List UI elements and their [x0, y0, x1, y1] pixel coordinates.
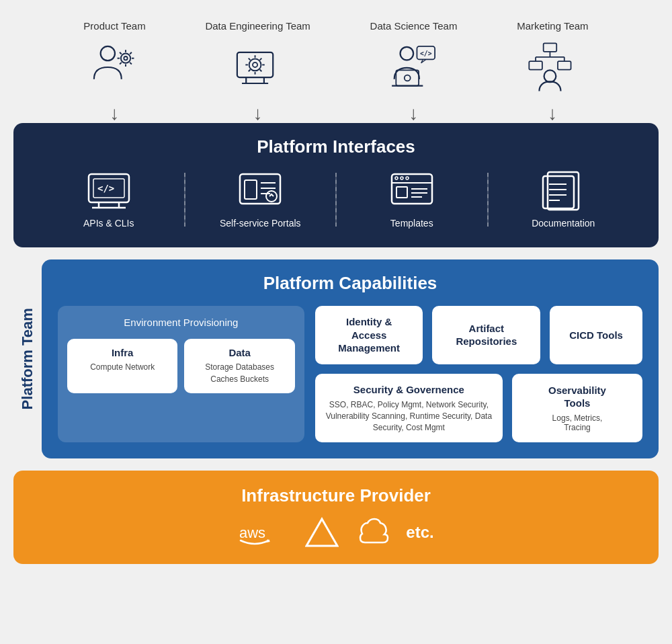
observability-desc: Logs, Metrics, Tracing: [552, 413, 603, 432]
infra-title: Infra: [112, 347, 134, 358]
svg-text:</>: </>: [97, 183, 114, 194]
interface-self-service: Self-service Portals: [185, 171, 336, 229]
env-prov-title: Environment Provisioning: [67, 317, 295, 328]
security-desc: SSO, RBAC, Policy Mgmt, Network Security…: [323, 399, 495, 433]
svg-line-7: [120, 52, 122, 54]
identity-box: Identity & Access Management: [315, 306, 423, 364]
infra-logos: aws etc.: [238, 516, 433, 549]
interfaces-grid: </> APIs & CLIs: [34, 171, 638, 229]
teams-section: Product Team: [13, 13, 659, 123]
team-item-data-engineering: Data Engineering Team: [205, 20, 310, 123]
capabilities-content: Environment Provisioning Infra Compute N…: [58, 306, 642, 442]
top-row-caps: Identity & Access Management Artifact Re…: [315, 306, 642, 364]
infra-provider-section: Infrastructure Provider aws: [13, 471, 659, 564]
platform-interfaces-title: Platform Interfaces: [34, 136, 638, 157]
svg-text:aws: aws: [239, 524, 265, 541]
team-icon-data-engineering: [228, 37, 288, 97]
team-label-marketing: Marketing Team: [517, 20, 588, 32]
arrow-data-science: ↓: [409, 104, 419, 123]
svg-point-1: [120, 54, 130, 63]
identity-title: Identity & Access Management: [338, 315, 400, 355]
arrow-data-engineering: ↓: [253, 104, 263, 123]
arrow-product: ↓: [110, 104, 120, 123]
right-capabilities: Identity & Access Management Artifact Re…: [315, 306, 642, 442]
security-box: Security & Governence SSO, RBAC, Policy …: [315, 374, 503, 443]
svg-rect-28: [396, 70, 419, 85]
team-label-product: Product Team: [83, 20, 145, 32]
svg-rect-53: [396, 187, 407, 198]
team-icon-data-science: </>: [384, 37, 444, 97]
svg-line-22: [259, 70, 261, 72]
interface-label-self-service: Self-service Portals: [220, 218, 301, 229]
infra-desc: Compute Network: [90, 361, 155, 373]
azure-logo: [305, 516, 339, 549]
main-container: Product Team: [13, 13, 659, 564]
arrow-marketing: ↓: [548, 104, 557, 123]
artifact-box: Artifact Repositories: [432, 306, 540, 364]
interface-label-apis-clis: APIs & CLIs: [83, 218, 134, 229]
security-title: Security & Governence: [353, 383, 464, 397]
interface-documentation: Documentation: [489, 171, 639, 229]
apis-clis-icon: </>: [85, 171, 132, 211]
team-item-data-science: Data Science Team </> ↓: [370, 20, 458, 123]
env-provisioning-box: Environment Provisioning Infra Compute N…: [58, 306, 304, 442]
team-item-product: Product Team: [83, 20, 145, 123]
svg-line-8: [130, 63, 132, 65]
svg-point-2: [124, 56, 127, 60]
artifact-title: Artifact Repositories: [456, 322, 517, 348]
svg-line-23: [259, 58, 261, 61]
interface-label-documentation: Documentation: [532, 218, 595, 229]
svg-point-15: [249, 59, 261, 71]
svg-point-29: [404, 75, 410, 81]
svg-point-0: [100, 46, 114, 61]
team-label-data-engineering: Data Engineering Team: [205, 20, 310, 32]
env-prov-items: Infra Compute Network Data Storage Datab…: [67, 339, 295, 393]
svg-rect-46: [245, 180, 257, 199]
data-desc: Storage Databases Caches Buckets: [191, 361, 288, 385]
templates-icon: [388, 171, 435, 211]
svg-point-57: [395, 177, 398, 179]
team-icon-product: [85, 37, 145, 97]
capabilities-title: Platform Capabilities: [58, 273, 642, 294]
svg-point-16: [253, 63, 257, 67]
svg-line-24: [248, 70, 250, 72]
gcp-logo: [352, 516, 392, 549]
data-box: Data Storage Databases Caches Buckets: [184, 339, 294, 393]
interface-label-templates: Templates: [390, 218, 433, 229]
platform-team-label: Platform Team: [13, 259, 42, 458]
self-service-icon: [237, 171, 284, 211]
svg-point-59: [406, 177, 409, 179]
svg-rect-36: [530, 61, 543, 69]
svg-line-9: [130, 52, 132, 54]
svg-point-58: [401, 177, 403, 179]
svg-point-25: [400, 47, 413, 61]
observability-title: Oservability Tools: [548, 384, 606, 410]
svg-rect-37: [558, 61, 571, 69]
svg-line-10: [120, 63, 122, 65]
svg-line-21: [248, 58, 250, 61]
svg-marker-68: [306, 519, 337, 546]
data-title: Data: [228, 347, 251, 358]
bottom-row-caps: Security & Governence SSO, RBAC, Policy …: [315, 374, 642, 443]
observability-box: Oservability Tools Logs, Metrics, Tracin…: [512, 374, 642, 443]
interface-apis-clis: </> APIs & CLIs: [34, 171, 184, 229]
platform-capabilities-section: Platform Capabilities Environment Provis…: [42, 259, 659, 458]
svg-point-38: [544, 70, 556, 82]
svg-text:</>: </>: [419, 50, 431, 57]
infra-provider-title: Infrastructure Provider: [241, 485, 431, 506]
platform-capabilities-wrapper: Platform Team Platform Capabilities Envi…: [13, 259, 659, 458]
etc-label: etc.: [406, 523, 433, 542]
team-item-marketing: Marketing Team ↓: [517, 20, 588, 123]
svg-rect-31: [544, 43, 557, 51]
interface-templates: Templates: [337, 171, 487, 229]
cicd-title: CICD Tools: [569, 329, 623, 342]
platform-interfaces-section: Platform Interfaces </> APIs & CLIs: [13, 123, 659, 247]
aws-logo: aws: [238, 519, 292, 546]
team-label-data-science: Data Science Team: [370, 20, 458, 32]
cicd-box: CICD Tools: [550, 306, 642, 364]
team-icon-marketing: [522, 37, 583, 97]
svg-point-50: [266, 191, 277, 202]
infra-box: Infra Compute Network: [67, 339, 177, 393]
documentation-icon: [540, 171, 587, 211]
